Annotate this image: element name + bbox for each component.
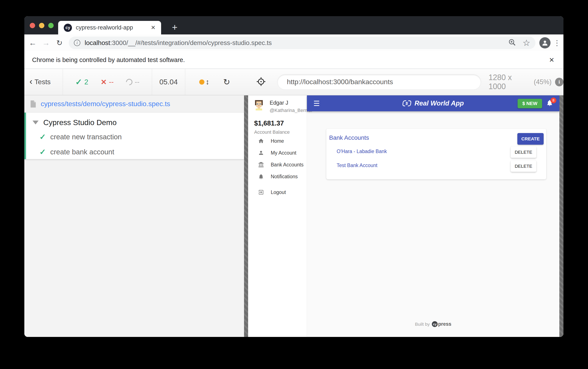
site-info-icon[interactable]: i <box>74 40 80 46</box>
bank-icon <box>258 162 264 168</box>
app-title: Real World App <box>414 100 464 107</box>
suite-title: Cypress Studio Demo <box>43 118 116 127</box>
minimize-window-button[interactable] <box>39 23 44 28</box>
logout-icon <box>258 189 264 195</box>
tab-close-icon[interactable]: ✕ <box>151 24 155 31</box>
notifications-bell[interactable]: 8 <box>546 99 555 108</box>
updown-arrows-icon: ↕ <box>206 78 209 86</box>
create-bank-account-button[interactable]: CREATE <box>517 133 544 145</box>
user-info: Edgar J @Katharina_Bernier <box>254 99 313 113</box>
app-footer: Built by cy press <box>307 321 559 327</box>
viewport-info-icon[interactable]: i <box>555 78 563 86</box>
test-duration: 05.04 <box>152 69 185 95</box>
pending-circle-icon <box>125 77 134 86</box>
test-passed-icon: ✓ <box>39 147 46 156</box>
test-stats: ✓ 2 ✕ -- -- <box>63 69 152 95</box>
test-name: create bank account <box>50 148 114 156</box>
hamburger-menu-icon[interactable]: ☰ <box>313 99 320 108</box>
nav-item-logout[interactable]: Logout <box>248 186 307 198</box>
file-icon <box>30 100 36 108</box>
balance-label: Account Balance <box>254 129 290 135</box>
forward-icon: → <box>39 38 53 47</box>
failed-stat[interactable]: ✕ -- <box>101 78 113 86</box>
bookmark-star-icon[interactable]: ☆ <box>523 39 530 47</box>
runner-header: ‹ Tests ✓ 2 ✕ -- -- <box>24 69 563 95</box>
restart-tests-icon[interactable]: ↻ <box>223 77 230 87</box>
cypress-brand-text: press <box>438 321 451 327</box>
infobar-text: Chrome is being controlled by automated … <box>32 56 549 63</box>
app-top-bar: ☰ $ Real World App $ NEW 8 <box>307 95 559 111</box>
zoom-window-button[interactable] <box>48 23 54 28</box>
nav-label: Notifications <box>271 174 298 180</box>
aut-url-field[interactable]: http://localhost:3000/bankaccounts <box>277 74 481 90</box>
spec-file-row[interactable]: cypress/tests/demo/cypress-studio.spec.t… <box>24 95 244 113</box>
browser-window: cy cypress-realworld-app ✕ + ← → ↻ i loc… <box>24 16 563 337</box>
notification-count-badge: 8 <box>550 98 556 103</box>
svg-text:$: $ <box>405 101 408 106</box>
url-host: localhost <box>85 39 110 46</box>
close-window-button[interactable] <box>30 23 35 28</box>
bell-icon <box>258 174 264 180</box>
infobar-close-icon[interactable]: ✕ <box>549 56 554 64</box>
passed-stat[interactable]: ✓ 2 <box>75 77 88 87</box>
cross-icon: ✕ <box>101 78 107 86</box>
suite-row[interactable]: Cypress Studio Demo <box>26 116 244 129</box>
autoscroll-toggle[interactable]: ↕ <box>199 78 209 86</box>
viewport-info: 1280 x 1000 (45%) i <box>488 73 563 91</box>
person-icon <box>258 150 264 156</box>
new-tab-button[interactable]: + <box>168 21 181 34</box>
aut-header: http://localhost:3000/bankaccounts 1280 … <box>244 69 563 95</box>
home-icon <box>258 138 264 144</box>
test-name: create new transaction <box>50 133 122 141</box>
reporter-pane: cypress/tests/demo/cypress-studio.spec.t… <box>24 95 244 337</box>
cypress-runner: ‹ Tests ✓ 2 ✕ -- -- <box>24 69 563 337</box>
delete-bank-account-button[interactable]: DELETE <box>511 146 536 158</box>
user-avatar <box>254 99 264 111</box>
check-icon: ✓ <box>75 77 82 87</box>
nav-label: My Account <box>271 150 296 156</box>
reporter-controls: ↕ ↻ <box>185 69 244 95</box>
viewport-zoom: (45%) <box>534 78 552 86</box>
nav-item-bank-accounts[interactable]: Bank Accounts <box>248 159 307 171</box>
nav-item-notifications[interactable]: Notifications <box>248 171 307 182</box>
chevron-left-icon: ‹ <box>30 77 32 86</box>
footer-text: Built by <box>415 322 430 327</box>
bank-account-link[interactable]: Test Bank Account <box>337 163 377 168</box>
selector-playground-icon[interactable] <box>256 77 266 87</box>
address-bar[interactable]: i localhost:3000/__/#/tests/integration/… <box>69 37 536 49</box>
spec-path-link[interactable]: cypress/tests/demo/cypress-studio.spec.t… <box>41 100 170 108</box>
back-icon[interactable]: ← <box>26 38 39 47</box>
app-under-test: Edgar J @Katharina_Bernier $1,681.37 Acc… <box>248 95 559 337</box>
browser-menu-icon[interactable]: ⋮ <box>550 39 563 47</box>
passed-count: 2 <box>84 78 88 86</box>
url-text: localhost:3000/__/#/tests/integration/de… <box>85 39 502 47</box>
browser-tab[interactable]: cy cypress-realworld-app ✕ <box>58 21 161 34</box>
user-name: Edgar J <box>270 100 313 106</box>
back-to-tests-button[interactable]: ‹ Tests <box>24 69 63 95</box>
duration-value: 05.04 <box>159 78 178 86</box>
new-transaction-button[interactable]: $ NEW <box>517 99 542 108</box>
nav-item-my-account[interactable]: My Account <box>248 147 307 159</box>
aut-resizer-left[interactable] <box>244 95 248 337</box>
zoom-page-icon[interactable] <box>508 39 516 47</box>
aut-resizer-right[interactable] <box>559 95 563 337</box>
reload-icon[interactable]: ↻ <box>53 39 66 47</box>
cypress-favicon: cy <box>64 24 72 32</box>
autoscroll-indicator-icon <box>199 80 204 85</box>
delete-bank-account-button[interactable]: DELETE <box>511 160 536 172</box>
pending-stat[interactable]: -- <box>126 78 139 86</box>
account-balance: $1,681.37 Account Balance <box>254 120 290 135</box>
back-to-tests-label: Tests <box>34 78 51 86</box>
bank-account-link[interactable]: O'Hara - Labadie Bank <box>337 149 387 154</box>
failed-count: -- <box>109 78 114 86</box>
titlebar: cy cypress-realworld-app ✕ + <box>24 16 563 34</box>
test-passed-icon: ✓ <box>39 133 46 142</box>
cypress-logo-icon: cy <box>432 321 438 327</box>
test-row[interactable]: ✓ create new transaction <box>26 129 244 144</box>
test-row[interactable]: ✓ create bank account <box>26 144 244 160</box>
test-results-block: Cypress Studio Demo ✓ create new transac… <box>24 113 244 159</box>
tab-title: cypress-realworld-app <box>76 24 151 31</box>
user-handle: @Katharina_Bernier <box>270 108 313 113</box>
nav-item-home[interactable]: Home <box>248 135 307 147</box>
browser-profile-avatar[interactable] <box>539 37 550 48</box>
